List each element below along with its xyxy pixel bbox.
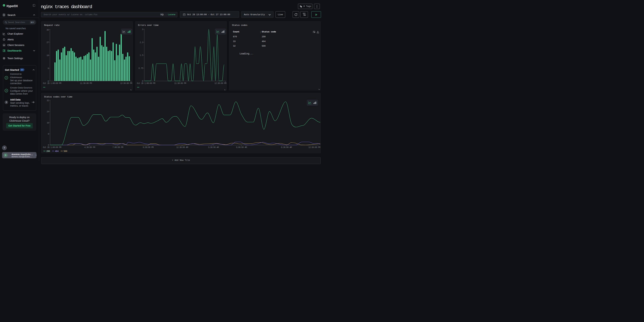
- svg-text:18: 18: [46, 54, 49, 57]
- svg-text:9: 9: [48, 67, 49, 70]
- svg-text:11:30:00 PM: 11:30:00 PM: [174, 82, 186, 85]
- svg-text:500: 500: [64, 150, 67, 152]
- svg-text:9:30:00 PM: 9:30:00 PM: [143, 146, 154, 149]
- svg-text:3: 3: [142, 28, 143, 31]
- svg-text:16: 16: [47, 122, 49, 124]
- svg-text:2.3: 2.3: [140, 41, 143, 44]
- svg-text:1.5: 1.5: [140, 54, 143, 56]
- svg-text:Oct 26 1:00:00 PM: Oct 26 1:00:00 PM: [43, 146, 62, 149]
- svg-text:32: 32: [47, 99, 49, 102]
- svg-text:8:30:00 AM: 8:30:00 AM: [281, 146, 292, 149]
- svg-text:4:30:00 PM: 4:30:00 PM: [84, 146, 95, 149]
- svg-text:27: 27: [46, 41, 49, 44]
- svg-text:6:00:00 AM: 6:00:00 AM: [236, 146, 247, 149]
- svg-text:24: 24: [47, 110, 49, 113]
- svg-text:12:30:00 PM: 12:30:00 PM: [308, 146, 320, 149]
- svg-text:8: 8: [48, 133, 49, 135]
- svg-text:7:00:00 PM: 7:00:00 PM: [112, 146, 123, 149]
- svg-text:11:30:00 PM: 11:30:00 PM: [80, 82, 92, 85]
- svg-text:3:30:00 AM: 3:30:00 AM: [208, 146, 219, 149]
- svg-text:0.75: 0.75: [138, 67, 143, 70]
- svg-text:Oct 26 1:00:00 PM: Oct 26 1:00:00 PM: [137, 82, 156, 85]
- svg-text:12:30:00 PM: 12:30:00 PM: [120, 82, 132, 85]
- svg-text:404: 404: [55, 150, 58, 152]
- svg-text:36: 36: [46, 29, 49, 31]
- svg-text:Oct 26 1:00:00 PM: Oct 26 1:00:00 PM: [43, 82, 62, 85]
- svg-text:200: 200: [46, 150, 50, 152]
- svg-text:12:30:00 AM: 12:30:00 AM: [176, 146, 188, 149]
- svg-text:12:30:00 PM: 12:30:00 PM: [214, 82, 226, 85]
